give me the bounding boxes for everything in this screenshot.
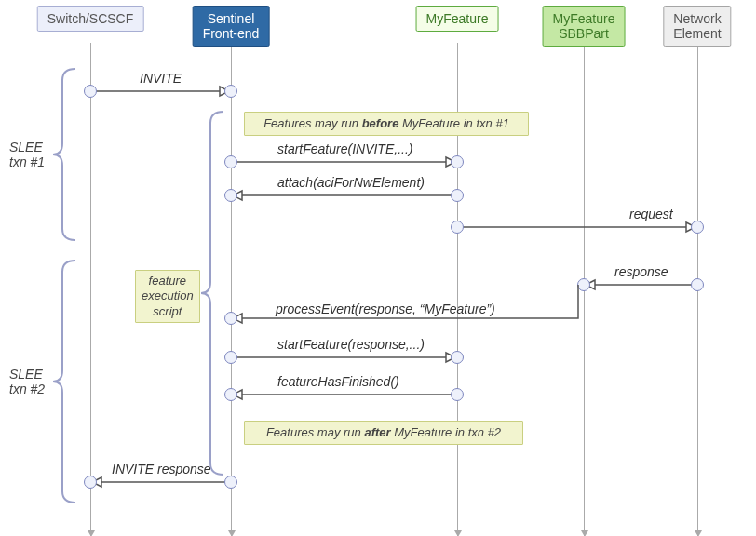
event-dot (451, 388, 464, 401)
msg-request: request (629, 207, 673, 221)
event-dot (84, 476, 97, 489)
brace-label-txn2: SLEEtxn #2 (9, 367, 45, 396)
msg-startfeature2: startFeature(response,...) (277, 337, 425, 352)
brace-label-txn1: SLEEtxn #1 (9, 140, 45, 169)
arrow-request (457, 221, 697, 233)
lane-header-text2: Element (673, 26, 721, 41)
lane-header-feature: MyFeature (416, 6, 499, 32)
lane-header-text: Switch/SCSCF (47, 11, 134, 26)
arrow-attach (231, 190, 457, 201)
event-dot (224, 85, 237, 98)
event-dot (691, 278, 704, 291)
msg-response: response (614, 264, 668, 279)
lane-header-switch: Switch/SCSCF (37, 6, 144, 32)
event-dot (451, 189, 464, 202)
lane-header-sbbpart: MyFeatureSBBPart (543, 6, 626, 47)
note-run-before: Features may run before MyFeature in txn… (244, 112, 529, 136)
arrow-featurefinished (231, 389, 457, 400)
brace-txn2 (53, 261, 75, 502)
lane-header-text2: SBBPart (559, 26, 609, 41)
event-dot (451, 155, 464, 168)
msg-invite-response: INVITE response (112, 462, 211, 476)
event-dot (451, 351, 464, 364)
event-dot (577, 278, 590, 291)
event-dot (84, 85, 97, 98)
msg-invite: INVITE (140, 71, 182, 86)
event-dot (224, 189, 237, 202)
note-run-after: Features may run after MyFeature in txn … (244, 421, 523, 445)
msg-attach: attach(aciForNwElement) (277, 175, 425, 190)
arrow-startfeature1 (231, 156, 457, 168)
event-dot (224, 155, 237, 168)
msg-featurefinished: featureHasFinished() (277, 374, 399, 389)
event-dot (224, 388, 237, 401)
arrow-invite (90, 86, 231, 97)
brace-fes (201, 112, 223, 475)
event-dot (224, 312, 237, 325)
lane-header-text: MyFeature (426, 11, 489, 26)
lane-header-text2: Front-end (203, 26, 260, 41)
lifeline-switch (90, 43, 91, 536)
brace-txn1 (53, 69, 75, 240)
event-dot (224, 351, 237, 364)
lifeline-sentinel (231, 43, 232, 536)
lane-header-network: NetworkElement (663, 6, 731, 47)
arrow-startfeature2 (231, 352, 457, 363)
lane-header-sentinel: SentinelFront-end (193, 6, 270, 47)
event-dot (451, 221, 464, 234)
msg-startfeature1: startFeature(INVITE,...) (277, 141, 412, 156)
msg-processevent: processEvent(response, “MyFeature”) (276, 302, 495, 316)
lane-header-text: MyFeature (553, 11, 615, 26)
lane-header-text: Sentinel (208, 11, 255, 26)
arrow-response (584, 279, 697, 290)
arrow-invite-response (90, 476, 231, 488)
event-dot (224, 476, 237, 489)
lane-header-text: Network (673, 11, 721, 26)
event-dot (691, 221, 704, 234)
note-feature-execution-script: featureexecutionscript (135, 270, 200, 323)
